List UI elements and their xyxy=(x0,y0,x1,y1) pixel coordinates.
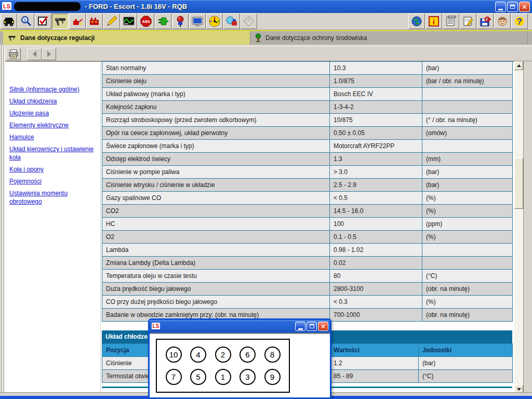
spec-label: Gazy spalinowe CO xyxy=(102,192,330,205)
spec-row: Stan normalny 10.3 (bar) xyxy=(102,62,513,75)
info-button[interactable]: i xyxy=(425,14,442,29)
info-icon: i xyxy=(428,16,440,27)
popup-maximize-button[interactable] xyxy=(307,322,317,331)
spec-label: Ciśnienie w pompie paliwa xyxy=(102,166,330,179)
spec-row: Lambda 0.98 - 1.02 xyxy=(102,244,513,257)
spec-unit: (%) xyxy=(422,205,513,218)
col-header-values: Wartości xyxy=(330,344,419,357)
spec-row: Gazy spalinowe CO < 0.5 (%) xyxy=(102,192,513,205)
polish-button[interactable] xyxy=(241,14,257,29)
search-info-button[interactable]: i xyxy=(18,14,34,29)
sidebar-link[interactable]: Układ kierowniczy i ustawienie koła xyxy=(9,145,98,162)
sidebar-link[interactable]: Hamulce xyxy=(9,133,98,141)
left-window-frame xyxy=(0,46,5,392)
spec-label: Świece zapłonowe (marka i typ) xyxy=(102,140,330,153)
back-button[interactable] xyxy=(27,48,42,60)
spec-value: 0.50 ± 0.05 xyxy=(330,127,422,140)
lubricants-button[interactable] xyxy=(69,14,86,29)
polish-icon xyxy=(243,15,255,28)
wiring-button[interactable] xyxy=(155,14,171,29)
pencil-icon xyxy=(105,15,118,28)
car-button[interactable] xyxy=(1,14,17,29)
gauges-button[interactable] xyxy=(206,14,223,29)
scroll-up-button[interactable] xyxy=(514,61,523,70)
climate-button[interactable] xyxy=(223,14,240,29)
spec-row: O2 0.1 - 0.5 (%) xyxy=(102,231,513,244)
back-icon xyxy=(33,51,36,57)
main-toolbar: i ABS i xyxy=(0,13,532,30)
spec-row: Kolejność zapłonu 1-3-4-2 xyxy=(102,101,513,114)
key-disk-button[interactable] xyxy=(477,14,494,29)
restore-button[interactable] xyxy=(507,2,518,12)
tab-adjustment-data[interactable]: Dane dotyczące regulacji xyxy=(3,31,250,45)
spec-value: Bosch EEC IV xyxy=(330,88,422,101)
sidebar-link[interactable]: Ułożenie pasa xyxy=(9,109,98,117)
spec-unit: (%) xyxy=(422,231,513,244)
sidebar-link[interactable]: Silnik (informacje ogólne) xyxy=(9,85,98,94)
spec-value: < 0.3 xyxy=(330,296,422,309)
spec-unit: (bar) xyxy=(422,179,513,192)
sidebar-link[interactable]: Układ chłodzenia xyxy=(9,97,98,105)
user-button[interactable] xyxy=(494,14,511,29)
abs-button[interactable]: ABS xyxy=(138,14,154,29)
redacted-app-name xyxy=(14,2,81,11)
checklist-icon xyxy=(37,15,49,28)
drawings-button[interactable] xyxy=(103,14,120,29)
sidebar-link[interactable]: Koła i opony xyxy=(9,165,98,174)
diagnostics-button[interactable] xyxy=(121,14,137,29)
monitor-button[interactable] xyxy=(189,14,206,29)
spec-row: Ciśnienie oleju 1.0/875 (bar / obr. na m… xyxy=(102,75,513,88)
checklist-button[interactable] xyxy=(35,14,51,29)
tab-environmental-data[interactable]: Dane dotyczące ochrony środowiska xyxy=(250,31,528,45)
minimize-button[interactable] xyxy=(495,2,506,12)
search-info-icon: i xyxy=(20,15,32,28)
scrollbar-thumb[interactable] xyxy=(514,158,523,209)
sidebar-link[interactable]: Elementy elektryczne xyxy=(9,121,98,129)
spec-row: Ciśnienie wtrysku / ciśnienie w układzie… xyxy=(102,179,513,192)
sidebar-divider xyxy=(100,61,101,392)
page-toolbar xyxy=(0,46,532,61)
popup-close-button[interactable]: ✕ xyxy=(318,322,328,331)
spec-row: Zmiana Lambdy (Delta Lambda) 0.02 xyxy=(102,257,513,270)
window-title: - FORD - Escort - 1.8i 16V - RQB xyxy=(85,3,187,10)
injector-icon xyxy=(174,15,187,28)
close-icon: ✕ xyxy=(321,323,326,330)
popup-logo-icon: LS xyxy=(152,323,160,330)
printer-icon xyxy=(8,49,19,59)
spec-value: 0.02 xyxy=(330,257,422,270)
spec-table: Stan normalny 10.3 (bar) Ciśnienie oleju… xyxy=(102,61,512,322)
scroll-up-icon xyxy=(517,64,521,67)
spec-row: Odstęp elektrod świecy 1.3 (mm) xyxy=(102,153,513,166)
print-button[interactable] xyxy=(6,48,21,60)
gauge-icon xyxy=(208,15,221,28)
spec-label: O2 xyxy=(102,231,330,244)
forward-button[interactable] xyxy=(42,48,56,60)
tab-label: Dane dotyczące regulacji xyxy=(20,34,95,42)
notes-button[interactable] xyxy=(460,14,476,29)
spec-unit: (omów) xyxy=(422,127,513,140)
oscilloscope-icon xyxy=(123,15,135,28)
injection-button[interactable] xyxy=(172,14,189,29)
spec-label: Ciśnienie wtrysku / ciśnienie w układzie xyxy=(102,179,330,192)
help-button[interactable]: ? xyxy=(511,14,528,29)
oil-can-icon xyxy=(71,15,84,28)
adjustment-data-button[interactable] xyxy=(52,14,69,29)
sidebar-link[interactable]: Ustawienia momentu obrotowego xyxy=(9,189,98,206)
minimize-icon xyxy=(498,9,503,10)
spec-label: Stan normalny xyxy=(102,62,330,75)
spec-label: Ciśnienie oleju xyxy=(102,75,330,88)
spec-value: Motorcraft AYRF22PP xyxy=(330,140,422,153)
user-icon xyxy=(497,16,508,27)
engine-timing-button[interactable] xyxy=(86,14,103,29)
spec-label: Temperatura oleju w czasie testu xyxy=(102,270,330,283)
cylinder-number: 9 xyxy=(264,369,281,385)
globe-button[interactable] xyxy=(408,14,425,29)
popup-minimize-button[interactable] xyxy=(295,322,305,331)
popup-body: 104268 75139 xyxy=(150,333,330,397)
vertical-scrollbar[interactable] xyxy=(514,61,523,394)
close-button[interactable]: ✕ xyxy=(519,2,530,12)
spec-label: Zmiana Lambdy (Delta Lambda) xyxy=(102,257,330,270)
spec-row: Opór na cewce zapłonowej, układ pierwotn… xyxy=(102,127,513,140)
sidebar-link[interactable]: Pojemności xyxy=(9,177,98,185)
documents-button[interactable] xyxy=(443,14,459,29)
